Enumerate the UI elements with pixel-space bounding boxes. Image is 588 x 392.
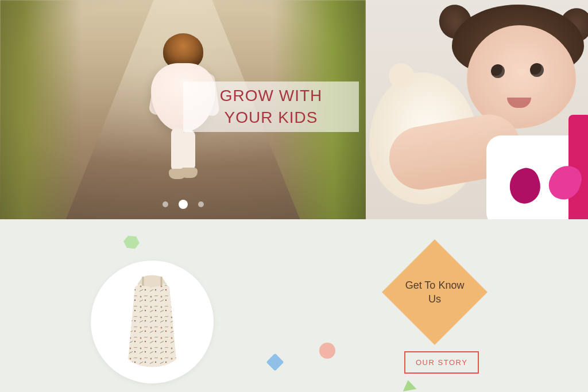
hero-row: GROW WITH YOUR KIDS xyxy=(0,0,588,219)
about-section: Get To Know Us OUR STORY xyxy=(0,219,588,392)
about-diamond-line2: Us xyxy=(428,293,441,305)
hero-overlay-line1: GROW WITH xyxy=(220,87,323,104)
butterfly-wing-left xyxy=(505,165,545,207)
hero-slide-image: GROW WITH YOUR KIDS xyxy=(0,0,366,219)
dress-icon xyxy=(118,273,187,371)
child-leg-right xyxy=(183,130,195,171)
hero-overlay: GROW WITH YOUR KIDS xyxy=(183,81,359,132)
decor-circle-icon xyxy=(319,343,335,359)
product-image-circle xyxy=(91,261,214,383)
child-leg-left xyxy=(171,127,184,172)
decor-hexagon-icon xyxy=(123,235,140,250)
our-story-button[interactable]: OUR STORY xyxy=(404,351,479,374)
butterfly-icon xyxy=(509,165,578,210)
decor-diamond-icon xyxy=(266,353,284,371)
toddler-eye-right xyxy=(530,63,544,77)
carousel-dots xyxy=(163,200,204,209)
carousel-dot-2[interactable] xyxy=(179,200,188,209)
child-shoe-right xyxy=(180,168,198,178)
decor-triangle-green-icon xyxy=(401,379,417,391)
hero-overlay-line2: YOUR KIDS xyxy=(224,108,318,126)
about-diamond-line1: Get To Know xyxy=(405,280,465,291)
toddler-eye-left xyxy=(491,64,505,78)
hero-side-image xyxy=(366,0,588,219)
carousel-dot-3[interactable] xyxy=(198,201,204,207)
about-diamond: Get To Know Us xyxy=(382,239,488,345)
plush-ear xyxy=(389,63,414,88)
hero-overlay-text: GROW WITH YOUR KIDS xyxy=(220,85,323,129)
carousel-dot-1[interactable] xyxy=(163,201,168,207)
about-diamond-text: Get To Know Us xyxy=(405,278,465,306)
